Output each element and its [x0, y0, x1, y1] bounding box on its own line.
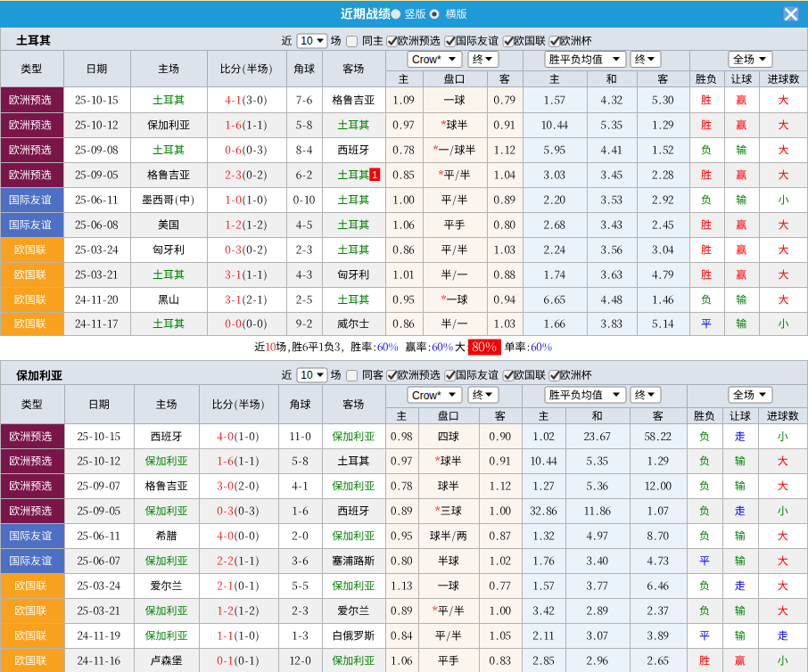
svg-text:1: 1 [372, 169, 377, 180]
svg-text:Crow*: Crow* [412, 53, 441, 66]
svg-text:Crow*: Crow* [412, 389, 441, 402]
svg-text:10: 10 [301, 369, 313, 381]
svg-text:10: 10 [301, 35, 313, 47]
